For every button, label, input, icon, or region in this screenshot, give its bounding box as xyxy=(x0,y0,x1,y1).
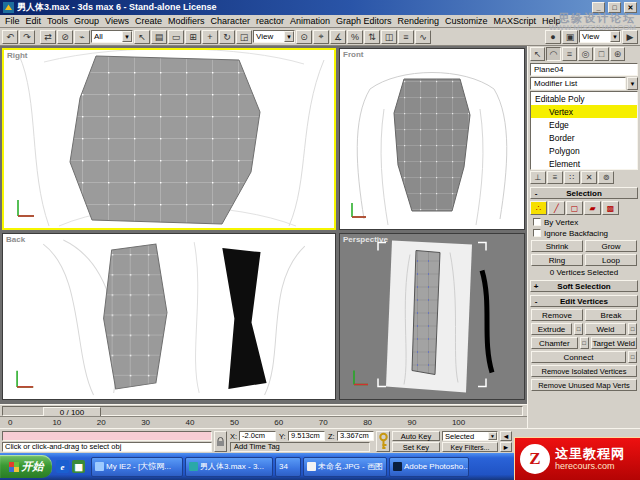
viewport-back[interactable]: Back xyxy=(2,233,336,400)
stack-edge[interactable]: Edge xyxy=(531,118,637,131)
modifier-list-dropdown[interactable]: Modifier List xyxy=(530,77,626,90)
mirror-icon[interactable]: ◫ xyxy=(381,30,397,44)
tab-utilities[interactable]: ⊛ xyxy=(610,47,625,61)
scale-icon[interactable]: ◲ xyxy=(236,30,252,44)
menu-character[interactable]: Character xyxy=(207,16,253,26)
close-button[interactable]: ✕ xyxy=(624,2,637,13)
weld-button[interactable]: Weld xyxy=(585,323,626,335)
tab-motion[interactable]: ◎ xyxy=(578,47,593,61)
stack-polygon[interactable]: Polygon xyxy=(531,144,637,157)
edit-vertices-rollout-header[interactable]: - Edit Vertices xyxy=(530,295,638,307)
selection-rollout-header[interactable]: - Selection xyxy=(530,187,638,199)
menu-edit[interactable]: Edit xyxy=(23,16,45,26)
loop-button[interactable]: Loop xyxy=(585,254,637,266)
next-frame-button[interactable]: ► xyxy=(500,442,512,452)
taskbar-item-photoshop[interactable]: Adobe Photosho... xyxy=(389,457,469,477)
viewport-front[interactable]: Front xyxy=(339,48,525,230)
taskbar-item-ie[interactable]: My IE2 - [大惊网... xyxy=(91,457,183,477)
viewport-perspective[interactable]: Perspective xyxy=(339,233,525,400)
redo-icon[interactable]: ↷ xyxy=(19,30,35,44)
shrink-button[interactable]: Shrink xyxy=(531,240,583,252)
track-bar[interactable]: 0 10 20 30 40 50 60 70 80 90 100 xyxy=(0,416,527,428)
select-by-name-icon[interactable]: ▤ xyxy=(151,30,167,44)
menu-graph-editors[interactable]: Graph Editors xyxy=(333,16,395,26)
dropdown-arrow-icon[interactable]: ▼ xyxy=(627,77,638,90)
window-crossing-icon[interactable]: ⊞ xyxy=(185,30,201,44)
taskbar-item-paint[interactable]: 未命名.JPG - 画图 xyxy=(303,457,387,477)
selection-filter-dropdown[interactable]: All ▼ xyxy=(91,30,133,43)
tab-hierarchy[interactable]: ≡ xyxy=(562,47,577,61)
unlink-icon[interactable]: ⊘ xyxy=(57,30,73,44)
use-center-icon[interactable]: ⊙ xyxy=(296,30,312,44)
select-object-icon[interactable]: ↖ xyxy=(134,30,150,44)
soft-selection-rollout-header[interactable]: + Soft Selection xyxy=(530,280,638,292)
maximize-button[interactable]: □ xyxy=(608,2,621,13)
key-filters-button[interactable]: Key Filters... xyxy=(442,442,498,452)
spinner-snap-icon[interactable]: ⇅ xyxy=(364,30,380,44)
start-button[interactable]: 开始 xyxy=(0,455,52,478)
ring-button[interactable]: Ring xyxy=(531,254,583,266)
menu-create[interactable]: Create xyxy=(132,16,165,26)
set-key-button[interactable]: Set Key xyxy=(392,442,440,452)
chamfer-settings-button[interactable]: □ xyxy=(580,337,589,349)
by-vertex-checkbox[interactable]: By Vertex xyxy=(533,217,635,227)
align-icon[interactable]: ≡ xyxy=(398,30,414,44)
render-type-dropdown[interactable]: View ▼ xyxy=(579,30,621,43)
move-icon[interactable]: + xyxy=(202,30,218,44)
tab-display[interactable]: □ xyxy=(594,47,609,61)
x-coordinate-field[interactable]: -2.0cm xyxy=(239,431,276,441)
maxscript-mini-listener[interactable] xyxy=(2,431,212,441)
taskbar-item-3dsmax[interactable]: 男人体3.max - 3... xyxy=(185,457,273,477)
pin-stack-button[interactable]: ⊥ xyxy=(530,171,546,184)
edge-mode-button[interactable]: ╱ xyxy=(548,201,565,215)
taskbar-item-34[interactable]: 34 xyxy=(275,457,301,477)
curve-editor-icon[interactable]: ∿ xyxy=(415,30,431,44)
add-time-tag[interactable]: Add Time Tag xyxy=(230,442,370,452)
viewport-right[interactable]: Right xyxy=(2,48,336,230)
previous-frame-button[interactable]: ◄ xyxy=(500,431,512,441)
menu-help[interactable]: Help xyxy=(539,16,564,26)
grow-button[interactable]: Grow xyxy=(585,240,637,252)
percent-snap-icon[interactable]: % xyxy=(347,30,363,44)
remove-button[interactable]: Remove xyxy=(531,309,583,321)
y-coordinate-field[interactable]: 9.513cm xyxy=(288,431,325,441)
snap-toggle-icon[interactable]: ∡ xyxy=(330,30,346,44)
stack-border[interactable]: Border xyxy=(531,131,637,144)
bind-spacewarp-icon[interactable]: ⌁ xyxy=(74,30,90,44)
extrude-button[interactable]: Extrude xyxy=(531,323,572,335)
menu-tools[interactable]: Tools xyxy=(44,16,71,26)
remove-unused-map-verts-button[interactable]: Remove Unused Map Verts xyxy=(531,379,637,391)
reference-coordinate-dropdown[interactable]: View ▼ xyxy=(253,30,295,43)
connect-settings-button[interactable]: □ xyxy=(628,351,637,363)
weld-settings-button[interactable]: □ xyxy=(628,323,637,335)
tab-create[interactable]: ↖ xyxy=(530,47,545,61)
key-selection-dropdown[interactable]: Selected ▼ xyxy=(442,431,498,441)
polygon-mode-button[interactable]: ▰ xyxy=(584,201,601,215)
menu-customize[interactable]: Customize xyxy=(442,16,491,26)
select-link-icon[interactable]: ⇄ xyxy=(40,30,56,44)
set-keys-key-button[interactable] xyxy=(376,431,390,452)
quick-render-icon[interactable]: ▶ xyxy=(622,30,638,44)
menu-rendering[interactable]: Rendering xyxy=(395,16,443,26)
menu-animation[interactable]: Animation xyxy=(287,16,333,26)
remove-isolated-vertices-button[interactable]: Remove Isolated Vertices xyxy=(531,365,637,377)
selection-lock-toggle[interactable] xyxy=(214,431,227,452)
menu-modifiers[interactable]: Modifiers xyxy=(165,16,208,26)
stack-vertex[interactable]: Vertex xyxy=(531,105,637,118)
manipulate-icon[interactable]: ⌖ xyxy=(313,30,329,44)
undo-icon[interactable]: ↶ xyxy=(2,30,18,44)
region-select-icon[interactable]: ▭ xyxy=(168,30,184,44)
border-mode-button[interactable]: ▢ xyxy=(566,201,583,215)
make-unique-button[interactable]: ∷ xyxy=(564,171,580,184)
minimize-button[interactable]: _ xyxy=(592,2,605,13)
tab-modify[interactable]: ◠ xyxy=(546,47,561,61)
menu-views[interactable]: Views xyxy=(102,16,132,26)
vertex-mode-button[interactable]: ∴ xyxy=(530,201,547,215)
object-name-field[interactable]: Plane04 xyxy=(530,63,638,76)
menu-group[interactable]: Group xyxy=(71,16,102,26)
menu-reactor[interactable]: reactor xyxy=(253,16,287,26)
break-button[interactable]: Break xyxy=(585,309,637,321)
menu-maxscript[interactable]: MAXScript xyxy=(491,16,540,26)
ie-quicklaunch-icon[interactable]: e xyxy=(56,460,69,473)
rotate-icon[interactable]: ↻ xyxy=(219,30,235,44)
